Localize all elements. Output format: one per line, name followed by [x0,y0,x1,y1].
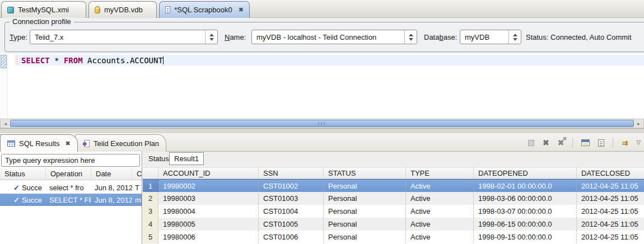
history-row[interactable]: ✓Succe select * fro Jun 8, 2012 T [0,181,142,194]
results-toolbar: ✖ ✖✖ ⇉ ▽ [528,137,641,149]
success-check-icon: ✓ [13,196,20,204]
display-result-text-icon[interactable] [598,139,604,147]
account-id-cell: 19980005 [158,218,259,231]
table-row[interactable]: 4 19980005 CST01005 Personal Active 1998… [143,218,644,231]
status-cell: Succe [22,196,42,204]
tab-label: SQL Results [19,139,60,148]
connection-status-text: Status: Connected, Auto Commit [526,33,632,41]
editor-horizontal-scrollbar[interactable]: ◂ ▸ [0,119,644,128]
type-cell: Active [406,180,474,192]
editor-tab-bar: TestMySQL.xmi myVDB.vdb *SQL Scrapbook0 … [0,0,644,18]
database-value: myVDB [460,33,508,41]
ssn-cell: CST01003 [259,192,324,205]
date-cell: Jun 8, 2012 [91,184,132,192]
tab-testmysql-xmi[interactable]: TestMySQL.xmi [1,1,86,18]
remove-result-icon[interactable]: ✖ [543,139,549,147]
tab-result1[interactable]: Result1 [169,152,204,165]
type-combobox[interactable]: Teiid_7.x [30,30,218,44]
dateopened-cell: 1998-06-15 00:00:00.0 [474,218,577,231]
dateclosed-cell: 2012-04-25 11:05 [577,192,644,205]
date-cell: Jun 8, 2012 [91,196,132,204]
toolbar-separator [613,138,613,148]
column-header-type[interactable]: TYPE [406,167,474,179]
spinner-icon[interactable] [508,30,521,44]
scrollbar-thumb[interactable] [10,120,634,127]
sql-keyword: FROM [64,56,83,65]
spinner-icon[interactable] [404,30,417,44]
database-combobox[interactable]: myVDB [460,30,521,44]
query-filter-input[interactable] [1,154,140,167]
terminate-query-icon[interactable] [528,140,534,146]
status-cell: Personal [324,231,406,243]
status-cell: Personal [324,192,406,205]
sql-results-view: SQL Results ✖ ◆ Teiid Execution Plan ✖ ✖… [0,133,644,244]
column-header-status[interactable]: STATUS [324,167,406,179]
name-combobox[interactable]: myVDB - localhost - Teiid Connection [251,30,417,44]
remove-all-results-icon[interactable]: ✖✖ [558,139,564,147]
column-header-connection[interactable]: C [132,168,142,180]
query-history-panel: Status Operation Date C ✓Succe select * … [0,152,142,244]
column-header-account-id[interactable]: ACCOUNT_ID [158,167,259,179]
status-cell: Personal [324,205,406,218]
tab-label: TestMySQL.xmi [18,6,69,14]
table-row[interactable]: 3 19980004 CST01004 Personal Active 1998… [143,205,644,218]
sash-divider[interactable] [0,128,644,133]
column-header-ssn[interactable]: SSN [259,167,324,179]
column-header-date[interactable]: Date [91,168,132,180]
result-sub-tabs: Status Result1 [143,152,644,166]
type-cell: Active [406,205,474,218]
operation-cell: select * fro [46,184,91,192]
table-row[interactable]: 2 19980003 CST01003 Personal Active 1998… [143,192,644,205]
account-id-cell: 19980003 [158,192,259,205]
close-icon[interactable]: ✖ [66,140,71,147]
account-id-cell: 19980004 [158,205,259,218]
type-cell: Active [406,218,474,231]
sql-editor[interactable]: SELECT * FROM Accounts.ACCOUNT [0,54,644,119]
column-header-dateopened[interactable]: DATEOPENED [474,167,577,179]
connection-profile-groupbox: Connection profile Type: Teiid_7.x Name:… [4,22,644,52]
tab-label: *SQL Scrapbook0 [174,6,232,14]
range-indicator-icon [1,55,7,68]
column-header-rownum[interactable] [143,167,158,179]
close-icon[interactable]: ✖ [239,7,244,13]
table-row[interactable]: 1 19980002 CST01002 Personal Active 1998… [143,179,644,192]
view-tab-bar: SQL Results ✖ ◆ Teiid Execution Plan ✖ ✖… [0,133,644,152]
ssn-cell: CST01004 [259,205,324,218]
toolbar-separator [572,138,573,148]
rownum-cell: 5 [143,231,158,243]
account-id-cell: 19980002 [158,180,259,192]
tab-sql-scrapbook0[interactable]: *SQL Scrapbook0 ✖ [159,1,250,18]
column-header-status[interactable]: Status [0,168,46,180]
column-header-operation[interactable]: Operation [46,168,91,180]
scroll-left-icon[interactable]: ◂ [1,120,10,127]
scroll-lock-icon[interactable]: ⇉ [622,139,628,147]
connection-cell: T [132,184,142,192]
table-row[interactable]: 5 19980006 CST01006 Personal Active 1998… [143,231,644,243]
dateopened-cell: 1998-09-15 00:00:00.0 [474,231,577,243]
tab-label: myVDB.vdb [104,6,143,14]
tab-myvdb-vdb[interactable]: myVDB.vdb [88,1,157,18]
status-cell: Succe [22,184,42,192]
name-label: Name: [225,33,246,41]
history-row-selected[interactable]: ✓Succe SELECT * FR Jun 8, 2012 m [0,194,142,206]
sql-statement[interactable]: SELECT * FROM Accounts.ACCOUNT [21,56,164,65]
spinner-icon[interactable] [205,30,217,44]
name-value: myVDB - localhost - Teiid Connection [252,33,404,41]
tab-sql-results[interactable]: SQL Results ✖ [0,134,78,152]
table-icon [7,140,15,147]
result-table-header: ACCOUNT_ID SSN STATUS TYPE DATEOPENED DA… [143,167,644,179]
view-menu-icon[interactable]: ▽ [636,140,641,146]
rownum-cell: 1 [143,180,158,192]
operation-cell: SELECT * FR [46,196,91,204]
scroll-right-icon[interactable]: ▸ [634,120,643,127]
text-caret [163,57,164,64]
column-header-dateclosed[interactable]: DATECLOSED [577,167,644,179]
dateclosed-cell: 2012-04-25 11:05 [577,231,644,243]
display-result-window-icon[interactable] [581,139,590,146]
type-label: Type: [10,33,27,41]
result-panel: Status Result1 ACCOUNT_ID SSN STATUS TYP… [143,152,644,244]
success-check-icon: ✓ [13,184,20,192]
dateclosed-cell: 2012-04-25 11:05 [577,180,644,192]
sql-text: Accounts.ACCOUNT [83,56,163,65]
tab-teiid-execution-plan[interactable]: ◆ Teiid Execution Plan [75,134,166,152]
